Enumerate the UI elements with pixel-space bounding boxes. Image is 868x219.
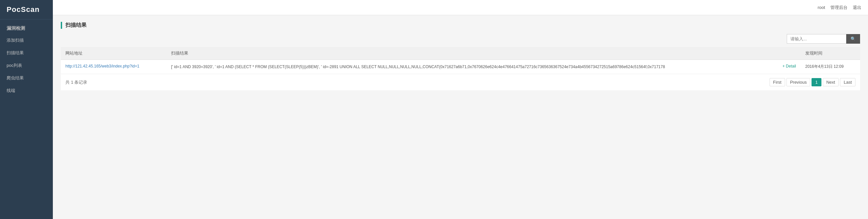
sidebar: PocScan 漏洞检测 添加扫描 扫描结果 poc列表 爬虫结果 线端 [0,0,53,219]
topbar-admin-link[interactable]: 管理后台 [830,5,847,10]
search-row: 🔍 [61,34,860,44]
search-input[interactable] [787,34,846,44]
logo: PocScan [0,0,53,20]
table-cell-url: http://121.42.45.165/web3/index.php?id=1 [61,60,166,74]
pagination-first[interactable]: First [770,78,785,86]
sidebar-item-crawler-results[interactable]: 爬虫结果 [0,72,53,84]
search-icon: 🔍 [850,36,856,42]
pagination: First Previous 1 Next Last [770,78,856,86]
pagination-current[interactable]: 1 [811,78,821,86]
search-button[interactable]: 🔍 [846,34,860,44]
sidebar-item-poc-list[interactable]: poc列表 [0,59,53,72]
topbar-logout-link[interactable]: 退出 [853,5,861,10]
main-content: root 管理后台 退出 扫描结果 🔍 网站地址 扫描结果 发现时间 http:… [53,0,868,219]
topbar-username: root [818,5,825,10]
results-table: 网站地址 扫描结果 发现时间 http://121.42.45.165/web3… [61,47,860,74]
pagination-last[interactable]: Last [840,78,856,86]
content-area: 扫描结果 🔍 网站地址 扫描结果 发现时间 http://121.42.45.1… [53,15,868,219]
table-row: http://121.42.45.165/web3/index.php?id=1… [61,60,860,74]
pagination-previous[interactable]: Previous [786,78,810,86]
topbar: root 管理后台 退出 [53,0,868,15]
pagination-next[interactable]: Next [823,78,839,86]
sidebar-item-scan-results[interactable]: 扫描结果 [0,47,53,59]
detail-link[interactable]: + Detail [782,64,796,69]
page-title: 扫描结果 [61,22,860,29]
sidebar-item-add-scan[interactable]: 添加扫描 [0,34,53,47]
sidebar-section-title: 漏洞检测 [0,20,53,34]
table-cell-time: 2016年4月13日 12:09 [801,60,860,74]
col-header-url: 网站地址 [61,47,166,60]
result-cell: [' id=1 AND 3920=3920', ' id=1 AND (SELE… [171,64,796,70]
sidebar-item-terminal[interactable]: 线端 [0,84,53,97]
table-cell-result: [' id=1 AND 3920=3920', ' id=1 AND (SELE… [166,60,801,74]
table-body: http://121.42.45.165/web3/index.php?id=1… [61,60,860,74]
col-header-time: 发现时间 [801,47,860,60]
record-count: 共 1 条记录 [65,79,87,85]
footer-row: 共 1 条记录 First Previous 1 Next Last [61,74,860,90]
result-text: [' id=1 AND 3920=3920', ' id=1 AND (SELE… [171,64,780,70]
table-header: 网站地址 扫描结果 发现时间 [61,47,860,60]
col-header-result: 扫描结果 [166,47,801,60]
